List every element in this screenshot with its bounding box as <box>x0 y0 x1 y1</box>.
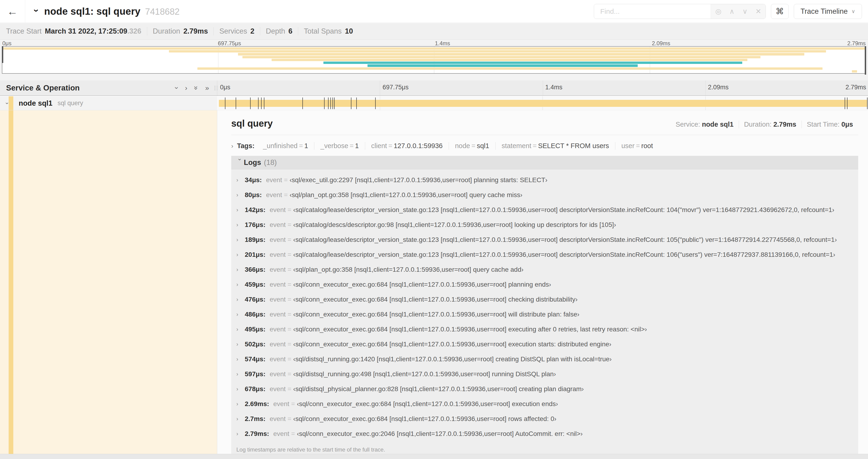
log-field-value: ‹sql/plan_opt.go:358 [nsql1,client=127.0… <box>293 266 524 273</box>
find-input[interactable] <box>594 4 711 19</box>
tag-item[interactable]: client=127.0.0.1:59936 <box>365 142 449 150</box>
span-row-bar-cell[interactable] <box>217 96 868 110</box>
tag-item[interactable]: statement=SELECT * FROM users <box>495 142 615 150</box>
minimap-span-row <box>2 53 866 56</box>
tags-row[interactable]: › Tags: _unfinished=1 _verbose=1 client=… <box>231 142 858 150</box>
log-expand-chevron-icon[interactable]: › <box>236 431 245 437</box>
log-field-value: ‹sql/conn_executor_exec.go:684 [nsql1,cl… <box>293 326 647 333</box>
log-row[interactable]: › 189μs: event = ‹sql/catalog/lease/desc… <box>231 232 858 247</box>
log-expand-chevron-icon[interactable]: › <box>236 386 245 392</box>
prev-match-icon[interactable]: ∧ <box>730 7 735 15</box>
expand-all-icon[interactable]: » <box>205 84 209 92</box>
log-expand-chevron-icon[interactable]: › <box>236 177 245 183</box>
tag-list: _unfinished=1 _verbose=1 client=127.0.0.… <box>257 142 659 150</box>
tag-value: 1 <box>304 142 308 150</box>
log-expand-chevron-icon[interactable]: › <box>236 371 245 378</box>
log-row[interactable]: › 2.7ms: event = ‹sql/conn_executor_exec… <box>231 412 858 426</box>
log-row[interactable]: › 678μs: event = ‹sql/distsql_physical_p… <box>231 382 858 396</box>
log-row[interactable]: › 34μs: event = ‹sql/exec_util.go:2297 [… <box>231 173 858 188</box>
minimap-tick: 0μs <box>2 40 11 47</box>
trace-title-group: › node sql1: sql query 7418682 <box>35 6 180 17</box>
log-equals: = <box>286 355 293 363</box>
log-expand-chevron-icon[interactable]: › <box>236 252 245 258</box>
log-row[interactable]: › 2.69ms: event = ‹sql/conn_executor_exe… <box>231 396 858 412</box>
log-field-value: ‹sql/conn_executor_exec.go:684 [nsql1,cl… <box>293 281 551 288</box>
log-expand-chevron-icon[interactable]: › <box>236 266 245 273</box>
logs-title: Logs <box>244 158 261 167</box>
tags-expand-chevron-icon[interactable]: › <box>231 142 233 150</box>
log-row[interactable]: › 2.79ms: event = ‹sql/conn_executor_exe… <box>231 426 858 441</box>
log-expand-chevron-icon[interactable]: › <box>236 341 245 348</box>
log-marker-tick <box>334 97 335 109</box>
log-equals: = <box>286 415 293 423</box>
span-row-name-cell[interactable]: › node sql1 sql query <box>0 96 217 110</box>
timeline-grid-header: Service & Operation › › » » ⁞⁞ 0μs 697.7… <box>0 80 868 96</box>
collapse-one-icon[interactable]: › <box>173 87 181 89</box>
log-row[interactable]: › 201μs: event = ‹sql/catalog/lease/desc… <box>231 247 858 262</box>
log-row[interactable]: › 366μs: event = ‹sql/plan_opt.go:358 [n… <box>231 262 858 277</box>
log-marker-tick <box>261 97 261 109</box>
log-expand-chevron-icon[interactable]: › <box>236 281 245 288</box>
log-expand-chevron-icon[interactable]: › <box>236 296 245 303</box>
log-expand-chevron-icon[interactable]: › <box>236 207 245 213</box>
log-marker-tick <box>847 97 847 109</box>
detail-meta: Service: node sql1 Duration: 2.79ms Star… <box>670 121 858 128</box>
minimap-span-row <box>2 56 866 59</box>
tag-item[interactable]: user=root <box>615 142 659 150</box>
minimap-right-drag-handle[interactable] <box>865 46 866 75</box>
log-expand-chevron-icon[interactable]: › <box>236 416 245 422</box>
collapse-trace-chevron-icon[interactable]: › <box>31 9 42 12</box>
tag-item[interactable]: node=sql1 <box>449 142 495 150</box>
expand-one-icon[interactable]: › <box>185 84 187 92</box>
minimap-left-drag-handle[interactable] <box>2 46 3 63</box>
log-equals: = <box>286 266 293 273</box>
log-field-key: event <box>270 311 286 318</box>
minimap-tick-labels: 0μs 697.75μs 1.4ms 2.09ms 2.79ms <box>0 40 868 46</box>
log-expand-chevron-icon[interactable]: › <box>236 236 245 243</box>
span-row-node-sql1[interactable]: › node sql1 sql query <box>0 96 868 110</box>
log-row[interactable]: › 476μs: event = ‹sql/conn_executor_exec… <box>231 292 858 307</box>
log-row[interactable]: › 176μs: event = ‹sql/catalog/descs/desc… <box>231 217 858 232</box>
minimap-canvas[interactable] <box>2 46 866 74</box>
log-expand-chevron-icon[interactable]: › <box>236 222 245 228</box>
log-timestamp: 486μs: <box>245 311 266 318</box>
tag-item[interactable]: _verbose=1 <box>314 142 365 150</box>
minimap-span-bar <box>169 50 826 53</box>
match-target-icon[interactable]: ◎ <box>715 7 721 15</box>
span-duration-bar[interactable] <box>219 100 868 107</box>
minimap-tick: 697.75μs <box>218 40 241 47</box>
tag-value: root <box>641 142 653 150</box>
log-field-value: ‹sql/conn_executor_exec.go:684 [nsql1,cl… <box>293 296 578 303</box>
log-row[interactable]: › 597μs: event = ‹sql/distsql_running.go… <box>231 367 858 382</box>
log-row[interactable]: › 459μs: event = ‹sql/conn_executor_exec… <box>231 277 858 292</box>
log-row[interactable]: › 574μs: event = ‹sql/distsql_running.go… <box>231 352 858 367</box>
log-expand-chevron-icon[interactable]: › <box>236 192 245 198</box>
keyboard-shortcuts-button[interactable]: ⌘ <box>771 4 789 19</box>
log-expand-chevron-icon[interactable]: › <box>236 311 245 318</box>
tag-equals: = <box>348 142 355 150</box>
log-field-value: ‹sql/distsql_running.go:1420 [nsql1,clie… <box>293 355 612 363</box>
clear-find-icon[interactable]: ✕ <box>755 7 762 15</box>
logs-collapse-chevron-icon[interactable]: › <box>237 159 243 167</box>
info-value: 6 <box>288 27 292 35</box>
log-row[interactable]: › 142μs: event = ‹sql/catalog/lease/desc… <box>231 202 858 217</box>
log-field-key: event <box>270 251 286 258</box>
tag-equals: = <box>531 142 538 150</box>
log-row[interactable]: › 80μs: event = ‹sql/plan_opt.go:358 [ns… <box>231 188 858 202</box>
log-marker-tick <box>264 97 265 109</box>
log-expand-chevron-icon[interactable]: › <box>236 326 245 333</box>
collapse-all-icon[interactable]: » <box>192 86 200 90</box>
view-selector-button[interactable]: Trace Timeline ∨ <box>794 4 862 19</box>
next-match-icon[interactable]: ∨ <box>742 7 748 15</box>
log-row[interactable]: › 502μs: event = ‹sql/conn_executor_exec… <box>231 337 858 352</box>
minimap-span-row <box>2 67 866 70</box>
log-expand-chevron-icon[interactable]: › <box>236 356 245 362</box>
log-row[interactable]: › 495μs: event = ‹sql/conn_executor_exec… <box>231 322 858 337</box>
logs-block: › Logs (18) › 34μs: event = ‹sql/exec_ut… <box>231 156 858 458</box>
tag-item[interactable]: _unfinished=1 <box>257 142 314 150</box>
back-button[interactable]: ← <box>0 0 25 23</box>
log-expand-chevron-icon[interactable]: › <box>236 401 245 407</box>
log-row[interactable]: › 486μs: event = ‹sql/conn_executor_exec… <box>231 307 858 322</box>
detail-span-title: sql query <box>231 118 273 129</box>
logs-header[interactable]: › Logs (18) <box>231 156 858 169</box>
